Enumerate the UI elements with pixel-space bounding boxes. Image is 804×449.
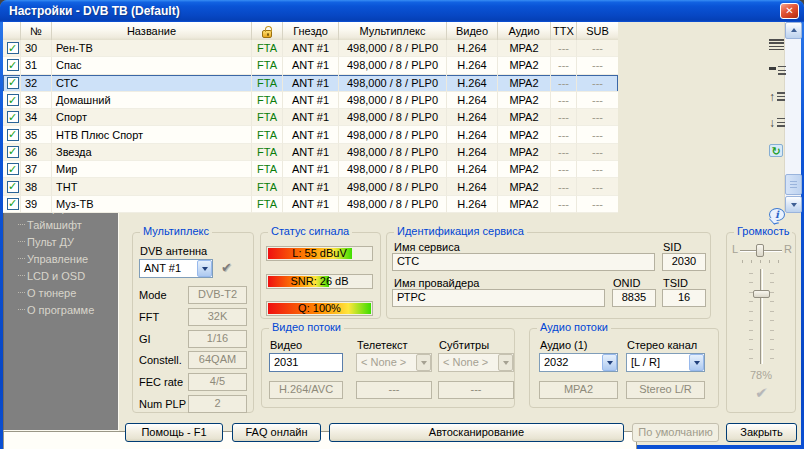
checkbox-cell[interactable]: ✓	[3, 92, 21, 109]
table-row[interactable]: ✓ 31 Спас FTA ANT #1 498,000 / 8 / PLP0 …	[3, 57, 618, 74]
video-pid-input[interactable]: 2031	[269, 353, 343, 372]
table-row[interactable]: ✓ 32 СТС FTA ANT #1 498,000 / 8 / PLP0 H…	[3, 75, 618, 92]
channel-ttx: ---	[551, 109, 577, 126]
balance-ticks	[742, 260, 780, 263]
header-access[interactable]	[252, 22, 283, 40]
sid-field: 2030	[662, 253, 706, 271]
tree-item[interactable]: О тюнере	[4, 284, 118, 301]
chevron-down-icon[interactable]	[689, 354, 704, 371]
refresh-preview-icon[interactable]: ↻	[769, 141, 791, 159]
header-socket[interactable]: Гнездо	[283, 22, 339, 40]
audio-pid-label: Аудио (1)	[540, 339, 588, 351]
table-row[interactable]: ✓ 36 Звезда FTA ANT #1 498,000 / 8 / PLP…	[3, 144, 618, 161]
checkbox-cell[interactable]: ✓	[3, 75, 21, 92]
table-row[interactable]: ✓ 38 ТНТ FTA ANT #1 498,000 / 8 / PLP0 H…	[3, 178, 618, 195]
check-icon: ✓	[8, 181, 17, 191]
chevron-down-icon[interactable]	[197, 260, 212, 277]
titlebar[interactable]: Настройки - DVB ТВ (Default) ✕	[0, 0, 804, 22]
channel-video-codec: H.264	[447, 109, 498, 126]
tsid-field: 16	[662, 289, 706, 307]
info-icon[interactable]: i	[769, 205, 791, 223]
channel-multiplex: 498,000 / 8 / PLP0	[339, 178, 447, 195]
audio-pid-combobox[interactable]: 2032	[539, 353, 618, 372]
table-row[interactable]: ✓ 35 НТВ Плюс Спорт FTA ANT #1 498,000 /…	[3, 126, 618, 143]
channel-multiplex: 498,000 / 8 / PLP0	[339, 144, 447, 161]
channel-checkbox[interactable]: ✓	[7, 146, 19, 158]
volume-slider-thumb[interactable]	[753, 290, 770, 298]
checkbox-cell[interactable]: ✓	[3, 196, 21, 213]
channel-checkbox[interactable]: ✓	[7, 94, 19, 106]
header-audio[interactable]: Аудио	[498, 22, 551, 40]
table-row[interactable]: ✓ 33 Домашний FTA ANT #1 498,000 / 8 / P…	[3, 92, 618, 109]
close-button[interactable]: Закрыть	[726, 423, 797, 442]
provider-field[interactable]: РТРС	[392, 289, 605, 307]
channel-ttx: ---	[551, 161, 577, 178]
channel-name: Звезда	[52, 144, 252, 161]
channel-checkbox[interactable]: ✓	[7, 59, 19, 71]
channel-socket: ANT #1	[283, 92, 339, 109]
table-row[interactable]: ✓ 30 Рен-ТВ FTA ANT #1 498,000 / 8 / PLP…	[3, 40, 618, 57]
channel-checkbox[interactable]: ✓	[7, 198, 19, 210]
stereo-label: Стерео канал	[627, 339, 697, 351]
checkbox-cell[interactable]: ✓	[3, 109, 21, 126]
checkbox-cell[interactable]: ✓	[3, 161, 21, 178]
checkbox-cell[interactable]: ✓	[3, 144, 21, 161]
channel-audio-codec: MPA2	[498, 92, 551, 109]
help-button[interactable]: Помощь - F1	[125, 423, 223, 442]
channel-video-codec: H.264	[447, 196, 498, 213]
channel-number: 36	[21, 144, 52, 161]
channel-number: 30	[21, 40, 52, 57]
close-icon[interactable]: ✕	[780, 3, 799, 19]
table-row[interactable]: ✓ 34 Спорт FTA ANT #1 498,000 / 8 / PLP0…	[3, 109, 618, 126]
autoscan-button[interactable]: Автосканирование	[329, 423, 624, 442]
header-ttx[interactable]: TTX	[551, 22, 577, 40]
tree-connector	[18, 292, 25, 293]
tree-item[interactable]: О программе	[4, 301, 118, 318]
delete-channel-icon[interactable]	[769, 62, 791, 80]
service-name-field[interactable]: СТС	[392, 253, 655, 271]
checkbox-cell[interactable]: ✓	[3, 40, 21, 57]
channel-name: Рен-ТВ	[52, 40, 252, 57]
chevron-down-icon[interactable]	[602, 354, 617, 371]
antenna-combobox[interactable]: ANT #1	[139, 259, 213, 278]
param-value: 1/16	[188, 330, 247, 348]
table-row[interactable]: ✓ 39 Муз-ТВ FTA ANT #1 498,000 / 8 / PLP…	[3, 196, 618, 213]
move-up-icon[interactable]: ↑	[769, 88, 791, 106]
header-multiplex[interactable]: Мультиплекс	[339, 22, 447, 40]
channel-checkbox[interactable]: ✓	[7, 181, 19, 193]
tree-item[interactable]: Пульт ДУ	[4, 233, 118, 250]
header-num[interactable]: №	[21, 22, 52, 40]
signal-bar: SNR: 26 dB	[266, 274, 373, 289]
channel-checkbox[interactable]: ✓	[7, 111, 19, 123]
channel-checkbox[interactable]: ✓	[7, 129, 19, 141]
header-name[interactable]: Название	[52, 22, 252, 40]
volume-title: Громкость	[734, 225, 792, 237]
table-row[interactable]: ✓ 37 Мир FTA ANT #1 498,000 / 8 / PLP0 H…	[3, 161, 618, 178]
channel-ttx: ---	[551, 126, 577, 143]
balance-slider-thumb[interactable]	[756, 244, 764, 257]
volume-slider-track[interactable]	[760, 269, 763, 364]
channel-list-icon[interactable]	[769, 35, 791, 53]
header-checkbox-col[interactable]	[3, 22, 21, 40]
header-sub[interactable]: SUB	[577, 22, 618, 40]
channel-multiplex: 498,000 / 8 / PLP0	[339, 75, 447, 92]
checkbox-cell[interactable]: ✓	[3, 57, 21, 74]
faq-button[interactable]: FAQ онлайн	[232, 423, 321, 442]
channel-checkbox[interactable]: ✓	[7, 77, 19, 89]
header-video[interactable]: Видео	[447, 22, 498, 40]
channel-access: FTA	[252, 92, 283, 109]
channel-socket: ANT #1	[283, 109, 339, 126]
stereo-combobox[interactable]: [L / R]	[626, 353, 705, 372]
tree-item[interactable]: Управление	[4, 250, 118, 267]
move-down-icon[interactable]: ↓	[769, 114, 791, 132]
checkbox-cell[interactable]: ✓	[3, 126, 21, 143]
volume-apply-check-icon: ✔	[727, 385, 795, 401]
tree-item[interactable]: Таймшифт	[4, 216, 118, 233]
channel-multiplex: 498,000 / 8 / PLP0	[339, 196, 447, 213]
checkbox-cell[interactable]: ✓	[3, 178, 21, 195]
antenna-apply-check-icon[interactable]: ✔	[221, 260, 232, 275]
tree-item[interactable]: LCD и OSD	[4, 267, 118, 284]
scroll-thumb[interactable]	[785, 174, 802, 195]
channel-checkbox[interactable]: ✓	[7, 42, 19, 54]
channel-checkbox[interactable]: ✓	[7, 163, 19, 175]
